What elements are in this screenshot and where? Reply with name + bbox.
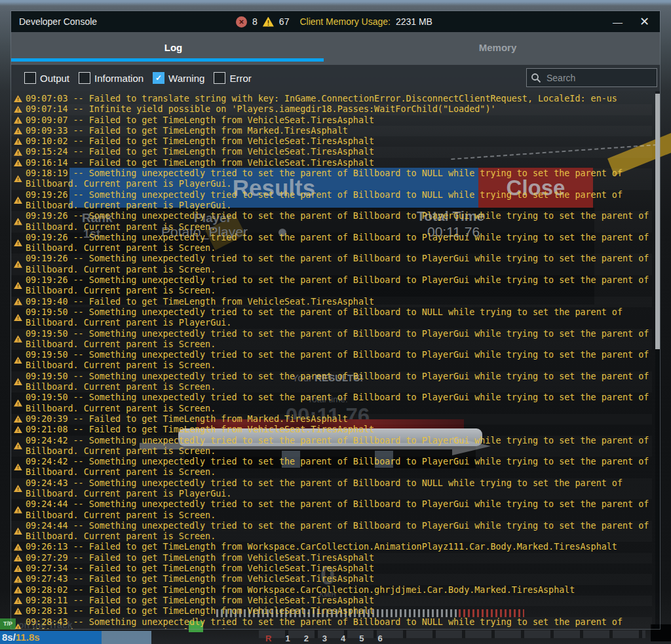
log-row[interactable]: ! 09:19:26 -- Something unexpectedly tri…: [11, 190, 652, 212]
error-count-icon: ✕: [236, 16, 247, 28]
checkbox-output[interactable]: [24, 72, 36, 84]
warning-icon: !: [14, 197, 22, 204]
minimize-button[interactable]: —: [613, 17, 623, 27]
scrollbar-thumb[interactable]: [655, 94, 660, 349]
log-row[interactable]: ! 09:28:43 -- Something unexpectedly tri…: [11, 617, 652, 629]
log-row[interactable]: ! 09:09:33 -- Failed to get TimeLength f…: [11, 126, 652, 136]
warning-icon: !: [14, 544, 22, 551]
gear-number: 5: [359, 634, 364, 643]
log-text: 09:28:11 -- Failed to get TimeLength fro…: [26, 596, 374, 605]
window-controls: — ✕: [432, 16, 652, 28]
log-list: ! 09:07:03 -- Failed to translate string…: [11, 91, 652, 629]
log-text: 09:27:29 -- Failed to get TimeLength fro…: [26, 553, 374, 563]
log-text: 09:20:39 -- Failed to get TimeLength fro…: [26, 414, 348, 424]
log-row[interactable]: ! 09:21:08 -- Failed to get TimeLength f…: [11, 425, 652, 435]
scrollbar-track[interactable]: [655, 91, 660, 629]
log-row[interactable]: ! 09:24:42 -- Something unexpectedly tri…: [11, 436, 652, 457]
filter-label: Error: [229, 73, 251, 84]
log-row[interactable]: ! 09:09:07 -- Failed to get TimeLength f…: [11, 115, 652, 126]
log-text: 09:19:26 -- Something unexpectedly tried…: [26, 233, 649, 253]
warning-icon: !: [14, 463, 22, 470]
log-row[interactable]: ! 09:07:03 -- Failed to translate string…: [11, 94, 652, 104]
memory-usage-label: Client Memory Usage:: [299, 16, 391, 27]
log-row[interactable]: ! 09:07:14 -- Infinite yield possible on…: [11, 104, 652, 115]
filter-bar: Output Information ✓ Warning Error: [11, 65, 660, 91]
memory-usage-value: 2231 MB: [396, 16, 432, 27]
warning-icon: !: [14, 95, 22, 102]
log-text: 09:19:50 -- Something unexpectedly tried…: [26, 329, 649, 349]
active-tab-underline: [11, 58, 324, 62]
log-row[interactable]: ! 09:19:50 -- Something unexpectedly tri…: [11, 392, 652, 414]
warning-icon: !: [14, 282, 22, 289]
checkbox-error[interactable]: [214, 72, 225, 84]
log-text: 09:27:43 -- Failed to get TimeLength fro…: [26, 574, 374, 584]
checkbox-information[interactable]: [79, 72, 90, 84]
log-text: 09:19:26 -- Something unexpectedly tried…: [26, 190, 623, 210]
log-row[interactable]: ! 09:28:11 -- Failed to get TimeLength f…: [11, 596, 652, 606]
log-row[interactable]: ! 09:10:02 -- Failed to get TimeLength f…: [11, 136, 652, 147]
log-row[interactable]: ! 09:18:19 -- Something unexpectedly tri…: [11, 168, 652, 190]
log-row[interactable]: ! 09:19:50 -- Something unexpectedly tri…: [11, 371, 652, 393]
warning-icon: !: [14, 506, 22, 514]
log-row[interactable]: ! 09:19:50 -- Something unexpectedly tri…: [11, 350, 652, 371]
filter-label: Warning: [168, 73, 204, 84]
warning-icon: !: [14, 261, 22, 268]
log-row[interactable]: ! 09:15:24 -- Failed to get TimeLength f…: [11, 147, 652, 157]
titlebar: Developer Console ✕ 8 ! 67 Client Memory…: [11, 11, 660, 32]
warning-icon: !: [14, 400, 22, 407]
filter-warning[interactable]: ✓ Warning: [153, 72, 204, 84]
log-text: 09:19:26 -- Something unexpectedly tried…: [26, 211, 649, 231]
checkbox-warning[interactable]: ✓: [153, 72, 164, 84]
log-row[interactable]: ! 09:19:26 -- Something unexpectedly tri…: [11, 211, 652, 233]
search-box[interactable]: [526, 68, 657, 87]
log-row[interactable]: ! 09:27:29 -- Failed to get TimeLength f…: [11, 553, 652, 563]
log-row[interactable]: ! 09:19:50 -- Something unexpectedly tri…: [11, 329, 652, 350]
log-row[interactable]: ! 09:19:26 -- Something unexpectedly tri…: [11, 275, 652, 297]
lap-timer-bar: 8s/11.8s: [0, 631, 102, 644]
log-row[interactable]: ! 09:27:34 -- Failed to get TimeLength f…: [11, 563, 652, 574]
log-row[interactable]: ! 09:24:42 -- Something unexpectedly tri…: [11, 457, 652, 478]
log-text: 09:07:14 -- Infinite yield possible on '…: [26, 104, 496, 114]
warning-icon: !: [14, 576, 22, 583]
log-row[interactable]: ! 09:20:39 -- Failed to get TimeLength f…: [11, 414, 652, 425]
titlebar-status: ✕ 8 ! 67 Client Memory Usage: 2231 MB: [236, 16, 432, 28]
log-row[interactable]: ! 09:19:26 -- Something unexpectedly tri…: [11, 254, 652, 275]
gear-number: 4: [341, 634, 345, 643]
filter-output[interactable]: Output: [24, 72, 69, 84]
log-text: 09:07:03 -- Failed to translate string w…: [26, 94, 617, 104]
log-text: 09:19:50 -- Something unexpectedly tried…: [26, 350, 649, 370]
log-text: 09:28:02 -- Failed to get TimeLength fro…: [26, 585, 575, 595]
warning-icon: !: [14, 356, 22, 364]
gear-number: 3: [322, 634, 327, 643]
log-area: ! 09:07:03 -- Failed to translate string…: [11, 91, 660, 629]
log-row[interactable]: ! 09:26:13 -- Failed to get TimeLength f…: [11, 542, 652, 552]
tab-memory[interactable]: Memory: [336, 32, 660, 65]
log-row[interactable]: ! 09:27:43 -- Failed to get TimeLength f…: [11, 574, 652, 584]
warning-icon: !: [14, 485, 22, 492]
log-row[interactable]: ! 09:19:40 -- Failed to get TimeLength f…: [11, 297, 652, 307]
warning-icon: !: [14, 298, 22, 305]
warning-icon: !: [14, 218, 22, 225]
search-input[interactable]: [545, 72, 666, 84]
log-text: 09:24:44 -- Something unexpectedly tried…: [26, 521, 649, 541]
log-row[interactable]: ! 09:28:31 -- Failed to get TimeLength f…: [11, 606, 652, 616]
log-text: 09:28:43 -- Something unexpectedly tried…: [26, 617, 623, 629]
log-text: 09:09:33 -- Failed to get TimeLength fro…: [26, 126, 348, 136]
log-text: 09:19:50 -- Something unexpectedly tried…: [26, 392, 649, 413]
log-row[interactable]: ! 09:19:26 -- Something unexpectedly tri…: [11, 233, 652, 254]
lap-timer-elapsed: 8s/: [2, 632, 16, 643]
filter-error[interactable]: Error: [214, 72, 251, 84]
warning-icon: !: [14, 138, 22, 145]
filter-information[interactable]: Information: [79, 72, 144, 84]
log-row[interactable]: ! 09:16:14 -- Failed to get TimeLength f…: [11, 158, 652, 168]
log-row[interactable]: ! 09:28:02 -- Failed to get TimeLength f…: [11, 585, 652, 596]
log-row[interactable]: ! 09:19:50 -- Something unexpectedly tri…: [11, 307, 652, 329]
close-button[interactable]: ✕: [640, 16, 649, 28]
log-row[interactable]: ! 09:24:44 -- Something unexpectedly tri…: [11, 521, 652, 542]
log-text: 09:26:13 -- Failed to get TimeLength fro…: [26, 542, 617, 552]
error-count: 8: [252, 16, 258, 27]
warning-count: 67: [279, 16, 290, 27]
log-row[interactable]: ! 09:24:44 -- Something unexpectedly tri…: [11, 499, 652, 521]
log-row[interactable]: ! 09:24:43 -- Something unexpectedly tri…: [11, 478, 652, 500]
log-text: 09:24:43 -- Something unexpectedly tried…: [26, 478, 623, 499]
